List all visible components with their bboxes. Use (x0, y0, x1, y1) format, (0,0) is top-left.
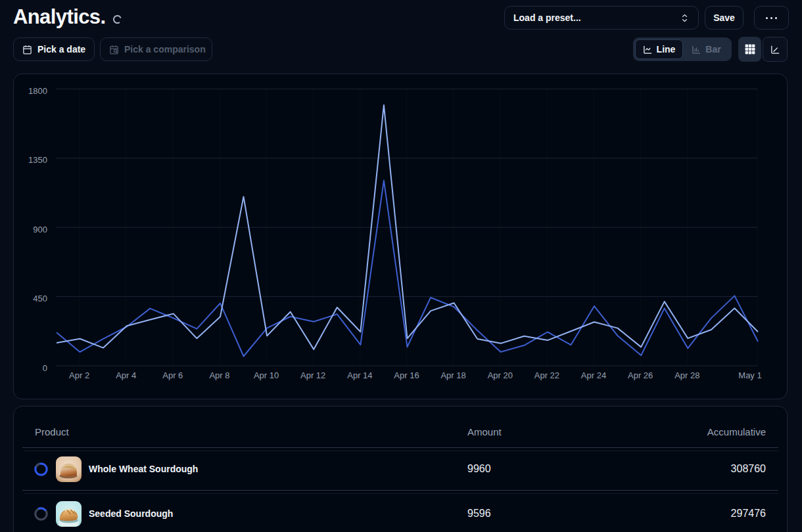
svg-text:1350: 1350 (28, 155, 47, 165)
svg-text:900: 900 (33, 225, 47, 234)
svg-text:Apr 22: Apr 22 (534, 370, 559, 380)
svg-text:Apr 18: Apr 18 (440, 370, 465, 380)
svg-text:Apr 6: Apr 6 (162, 370, 183, 380)
svg-text:Apr 12: Apr 12 (300, 370, 325, 380)
svg-text:Apr 28: Apr 28 (674, 370, 699, 380)
svg-text:Apr 2: Apr 2 (69, 370, 89, 380)
svg-text:Apr 4: Apr 4 (116, 370, 136, 380)
svg-text:May 1: May 1 (738, 370, 761, 380)
svg-text:1800: 1800 (28, 86, 47, 96)
svg-text:Apr 20: Apr 20 (488, 370, 513, 380)
svg-text:Apr 10: Apr 10 (254, 370, 279, 380)
svg-text:Apr 14: Apr 14 (347, 370, 372, 380)
svg-text:0: 0 (43, 363, 47, 373)
svg-text:Apr 16: Apr 16 (394, 370, 419, 380)
svg-text:Apr 26: Apr 26 (628, 370, 653, 380)
svg-text:450: 450 (33, 294, 47, 303)
svg-text:Apr 24: Apr 24 (581, 370, 606, 380)
svg-text:Apr 8: Apr 8 (209, 370, 229, 380)
